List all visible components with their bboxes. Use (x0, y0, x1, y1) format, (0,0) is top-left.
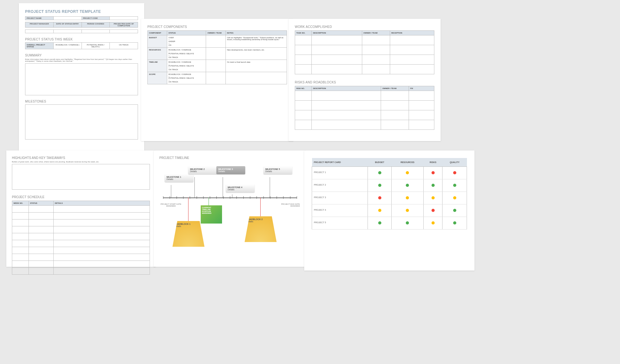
status-roadblock: ROADBLOCK / OVERAGE | (53, 43, 82, 49)
th-notes: NOTES (225, 31, 287, 35)
th-reception: RECEPTION (390, 31, 434, 35)
cell-project: PROJECT 4 (312, 204, 368, 217)
cell-owner[interactable] (206, 72, 225, 84)
cell-status: ROADBLOCK / OVERAGE – POTENTIAL RISKS / … (167, 60, 206, 72)
table-row[interactable] (295, 110, 434, 120)
th-desc: DESCRIPTION (312, 31, 362, 35)
highlights-hint: Bullets of great work, who owns what, wh… (12, 161, 150, 163)
th-risks: RISKS (423, 158, 442, 167)
value-project-code[interactable] (109, 17, 138, 20)
page-report-card: PROJECT REPORT CARD BUDGET RESOURCES RIS… (304, 150, 474, 271)
table-row: RESOURCESROADBLOCK / OVERAGE – POTENTIAL… (148, 48, 287, 60)
table-row: PROJECT 2 (312, 179, 467, 192)
page-work-risks: WORK ACCOMPLISHED TASK NO.DESCRIPTIONOWN… (289, 19, 441, 141)
label-completion: PROJECTED DATE OF COMPLETION (109, 22, 138, 27)
cell-status (391, 204, 423, 217)
table-row[interactable] (12, 240, 150, 247)
value-pm[interactable] (25, 30, 53, 33)
status-dot-icon (432, 221, 435, 224)
table-row[interactable] (12, 213, 150, 219)
cell-project: PROJECT 1 (312, 167, 368, 179)
label-project-code: PROJECT CODE (82, 17, 110, 20)
title-work: WORK ACCOMPLISHED (295, 25, 434, 29)
status-dot-icon (453, 184, 456, 187)
cell-owner[interactable] (206, 60, 225, 72)
status-ontrack: ON TRACK (109, 43, 138, 49)
value-date[interactable] (53, 30, 82, 33)
table-row[interactable] (12, 261, 150, 268)
cell-component: SCOPE (148, 72, 167, 84)
status-dot-icon (406, 171, 409, 174)
milestones-box[interactable] (25, 104, 138, 140)
status-dot-icon (378, 184, 381, 187)
page-highlights-schedule: HIGHLIGHTS AND KEY TAKEAWAYS Bullets of … (6, 150, 156, 267)
table-row[interactable] (12, 233, 150, 240)
section-status-week: PROJECT STATUS THIS WEEK (25, 38, 138, 41)
th-name: PROJECT REPORT CARD (312, 158, 368, 167)
status-dot-icon (432, 171, 435, 174)
title: PROJECT COMPONENTS (147, 25, 287, 29)
status-dot-icon (378, 209, 381, 212)
components-table: COMPONENT STATUS OWNER / TEAM NOTES BUDG… (147, 30, 287, 84)
status-dot-icon (453, 171, 456, 174)
value-project-name[interactable] (53, 17, 82, 20)
cell-owner[interactable] (206, 35, 225, 48)
schedule-table: WEEK NO.STATUSDETAILS (12, 201, 150, 275)
cell-component: TIMELINE (148, 60, 167, 72)
th-fix: FIX (409, 86, 434, 91)
th-budget: BUDGET (368, 158, 391, 167)
header-row-1: PROJECT NAME PROJECT CODE (25, 16, 138, 20)
table-row[interactable] (12, 268, 150, 275)
table-row[interactable] (295, 55, 434, 65)
table-row[interactable] (12, 219, 150, 226)
value-completion[interactable] (109, 30, 138, 33)
highlights-box[interactable] (12, 164, 150, 190)
table-row: PROJECT 3 (312, 192, 467, 204)
summary-hint: Enter information here about overall sta… (25, 58, 138, 62)
title: PROJECT TIMELINE (159, 156, 300, 160)
cell-component: BUDGET (148, 35, 167, 48)
status-risks: POTENTIAL RISKS / DELAYS | (82, 43, 110, 49)
cell-owner[interactable] (206, 48, 225, 60)
lead-rb1 (188, 198, 188, 221)
cell-status (368, 204, 391, 217)
th-desc: DESCRIPTION (312, 86, 381, 91)
cell-status (391, 192, 423, 204)
table-row[interactable] (295, 101, 434, 110)
cell-status (423, 204, 442, 217)
status-dot-icon (453, 209, 456, 212)
table-row[interactable] (295, 45, 434, 55)
table-row[interactable] (12, 226, 150, 233)
risks-table: RISK NO.DESCRIPTIONOWNER / TEAMFIX (295, 86, 434, 130)
th-status: STATUS (167, 31, 206, 35)
table-row[interactable] (295, 65, 434, 74)
table-header-row: PROJECT REPORT CARD BUDGET RESOURCES RIS… (312, 158, 467, 167)
table-row[interactable] (295, 120, 434, 130)
table-row[interactable] (12, 206, 150, 213)
table-row: PROJECT 1 (312, 167, 467, 179)
lead-4 (232, 194, 232, 198)
value-period[interactable] (82, 30, 110, 33)
lead-2 (194, 177, 195, 198)
cell-notes: Call out highlights: "Exceptional work,"… (225, 35, 287, 48)
page-components: PROJECT COMPONENTS COMPONENT STATUS OWNE… (141, 19, 293, 141)
report-card-table: PROJECT REPORT CARD BUDGET RESOURCES RIS… (312, 158, 467, 229)
cell-notes (225, 72, 287, 84)
table-row[interactable] (12, 247, 150, 254)
cell-status (442, 217, 467, 229)
table-header-row: COMPONENT STATUS OWNER / TEAM NOTES (148, 31, 287, 35)
timeline-axis (163, 198, 297, 198)
status-dot-icon (378, 221, 381, 224)
table-row[interactable] (295, 35, 434, 45)
table-row[interactable] (295, 91, 434, 101)
table-row[interactable] (12, 254, 150, 261)
th-owner: OWNER / TEAM (381, 86, 409, 91)
cell-notes: New developments, new team members, etc. (225, 48, 287, 60)
summary-box[interactable] (25, 63, 138, 95)
cell-status (442, 192, 467, 204)
cell-status (423, 192, 442, 204)
cell-status (368, 192, 391, 204)
title-highlights: HIGHLIGHTS AND KEY TAKEAWAYS (12, 156, 150, 160)
cell-status (368, 217, 391, 229)
table-row: BUDGETOVER – UNDER – ONCall out highligh… (148, 35, 287, 48)
